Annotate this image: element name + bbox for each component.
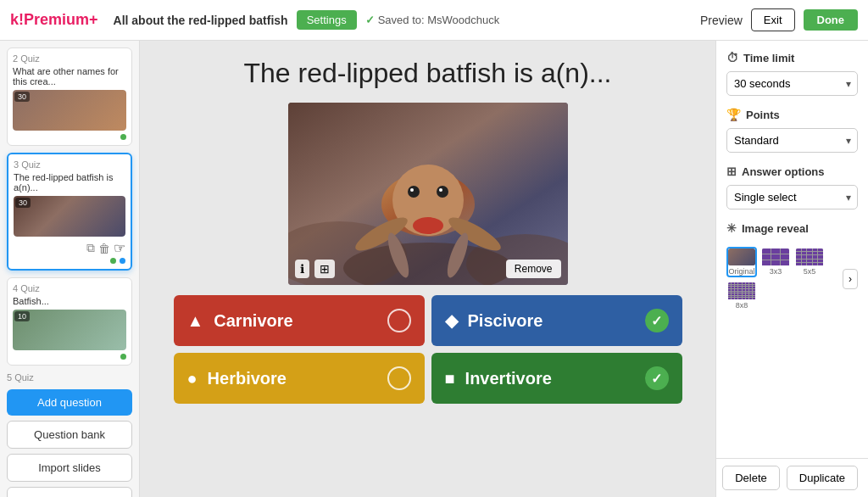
svg-point-7 bbox=[408, 186, 420, 198]
piscivore-label: Piscivore bbox=[468, 311, 543, 331]
quiz-3-actions: ⧉ 🗑 ☞ bbox=[14, 240, 125, 256]
sidebar-buttons: Add question Question bank Import slides… bbox=[7, 389, 132, 497]
carnivore-label: Carnivore bbox=[214, 311, 292, 331]
duplicate-button[interactable]: Duplicate bbox=[787, 466, 858, 490]
preview-button[interactable]: Preview bbox=[700, 14, 743, 27]
answer-piscivore[interactable]: ◆ Piscivore bbox=[431, 295, 682, 346]
time-limit-label: Time limit bbox=[743, 52, 794, 64]
points-select[interactable]: Standard Double None bbox=[726, 128, 858, 153]
sidebar-item-quiz-4[interactable]: 4 Quiz Batfish... 10 bbox=[7, 277, 132, 366]
saved-text: Saved to: MsWoodchuck bbox=[378, 14, 500, 26]
quiz-4-dot bbox=[120, 354, 126, 360]
reveal-5x5-grid bbox=[796, 248, 823, 265]
sidebar: 2 Quiz What are other names for this cre… bbox=[0, 41, 140, 497]
points-icon: 🏆 bbox=[726, 108, 741, 121]
reveal-3x3-grid bbox=[762, 248, 789, 265]
image-overlay-buttons: ℹ ⊞ bbox=[295, 260, 335, 278]
quiz-4-thumb: 10 bbox=[13, 310, 126, 350]
quiz-3-title: The red-lipped batfish is a(n)... bbox=[14, 172, 125, 193]
right-panel-bottom: Delete Duplicate bbox=[716, 458, 868, 497]
image-reveal-title: ✳ Image reveal bbox=[726, 221, 858, 235]
answer-carnivore[interactable]: ▲ Carnivore bbox=[174, 295, 425, 346]
image-reveal-icon: ✳ bbox=[726, 221, 737, 235]
delete-button[interactable]: Delete bbox=[722, 466, 780, 490]
quiz-3-delete-icon[interactable]: 🗑 bbox=[98, 240, 110, 256]
carnivore-shape-icon: ▲ bbox=[187, 311, 204, 331]
invertivore-label: Invertivore bbox=[465, 369, 552, 388]
invertivore-check-circle bbox=[645, 366, 669, 390]
time-limit-select-wrapper: 30 seconds 60 seconds 90 seconds bbox=[726, 71, 858, 96]
question-bank-button[interactable]: Question bank bbox=[7, 421, 132, 449]
reveal-option-8x8[interactable]: 8x8 bbox=[726, 281, 757, 311]
piscivore-shape-icon: ◆ bbox=[445, 310, 458, 331]
quiz-5-label: 5 Quiz bbox=[7, 372, 132, 383]
reveal-8x8-grid bbox=[728, 282, 755, 299]
quiz-3-thumb: 30 bbox=[14, 196, 125, 237]
quiz-4-image bbox=[13, 310, 126, 350]
breadcrumb-title: All about the red-lipped batfish bbox=[114, 14, 288, 27]
answer-invertivore[interactable]: ■ Invertivore bbox=[431, 353, 682, 404]
image-reveal-options: Original 3x3 bbox=[726, 247, 839, 311]
question-text: The red-lipped batfish is a(n)... bbox=[244, 58, 612, 89]
reveal-8x8-label: 8x8 bbox=[736, 301, 748, 310]
svg-point-8 bbox=[437, 186, 448, 198]
answer-options-select[interactable]: Single select Multi select bbox=[726, 185, 858, 209]
svg-point-10 bbox=[439, 188, 442, 192]
quiz-4-timer: 10 bbox=[14, 311, 30, 321]
reveal-original-thumb bbox=[728, 248, 755, 265]
reveal-next-button[interactable]: › bbox=[843, 269, 858, 289]
right-panel: ⏱ Time limit 30 seconds 60 seconds 90 se… bbox=[715, 41, 868, 497]
sidebar-item-quiz-2[interactable]: 2 Quiz What are other names for this cre… bbox=[7, 47, 132, 146]
quiz-4-label: 4 Quiz bbox=[13, 283, 126, 293]
reveal-option-5x5[interactable]: 5x5 bbox=[794, 247, 825, 277]
time-limit-select[interactable]: 30 seconds 60 seconds 90 seconds bbox=[726, 71, 858, 96]
quiz-3-duplicate-icon[interactable]: ⧉ bbox=[86, 240, 95, 256]
main-layout: 2 Quiz What are other names for this cre… bbox=[0, 41, 868, 497]
invertivore-shape-icon: ■ bbox=[445, 369, 455, 388]
time-limit-title: ⏱ Time limit bbox=[726, 51, 858, 64]
quiz-2-dot bbox=[120, 134, 126, 140]
quiz-3-label: 3 Quiz bbox=[14, 159, 125, 170]
points-section: 🏆 Points Standard Double None bbox=[726, 108, 858, 153]
fish-svg bbox=[288, 103, 568, 285]
quiz-3-dot-blue bbox=[120, 258, 125, 264]
quiz-2-image bbox=[13, 90, 126, 131]
exit-button[interactable]: Exit bbox=[751, 8, 795, 31]
points-label: Points bbox=[746, 109, 780, 121]
time-limit-section: ⏱ Time limit 30 seconds 60 seconds 90 se… bbox=[726, 51, 858, 96]
svg-point-9 bbox=[410, 188, 414, 192]
herbivore-shape-icon: ● bbox=[187, 369, 198, 388]
crop-button[interactable]: ⊞ bbox=[314, 260, 335, 278]
image-reveal-label: Image reveal bbox=[742, 222, 809, 235]
settings-button[interactable]: Settings bbox=[297, 10, 357, 30]
herbivore-label: Herbivore bbox=[208, 369, 287, 388]
quiz-4-footer bbox=[13, 350, 126, 360]
header-right: Preview Exit Done bbox=[700, 8, 858, 31]
answer-herbivore[interactable]: ● Herbivore bbox=[174, 353, 425, 404]
reveal-5x5-label: 5x5 bbox=[804, 267, 816, 276]
reveal-option-original[interactable]: Original bbox=[726, 247, 757, 277]
add-question-button[interactable]: Add question bbox=[7, 389, 132, 416]
time-limit-icon: ⏱ bbox=[726, 51, 738, 64]
reveal-option-3x3[interactable]: 3x3 bbox=[760, 247, 791, 277]
import-slides-button[interactable]: Import slides bbox=[7, 454, 132, 482]
done-button[interactable]: Done bbox=[804, 9, 859, 31]
remove-image-button[interactable]: Remove bbox=[506, 260, 561, 278]
piscivore-check-circle bbox=[645, 309, 669, 332]
import-spreadsheet-button[interactable]: Import spreadsheet bbox=[7, 487, 132, 497]
right-panel-inner: ⏱ Time limit 30 seconds 60 seconds 90 se… bbox=[716, 41, 868, 458]
points-select-wrapper: Standard Double None bbox=[726, 128, 858, 153]
sidebar-item-quiz-3[interactable]: 3 Quiz The red-lipped batfish is a(n)...… bbox=[7, 153, 132, 271]
quiz-2-label: 2 Quiz bbox=[13, 53, 126, 64]
quiz-2-footer bbox=[13, 131, 126, 140]
answer-options-select-wrapper: Single select Multi select bbox=[726, 185, 858, 209]
saved-status: ✓ Saved to: MsWoodchuck bbox=[365, 14, 500, 26]
quiz-3-timer: 30 bbox=[15, 198, 31, 208]
info-button[interactable]: ℹ bbox=[295, 260, 309, 278]
reveal-options-row: Original 3x3 bbox=[726, 242, 858, 311]
carnivore-check-circle bbox=[387, 309, 411, 332]
answer-options-title: ⊞ Answer options bbox=[726, 165, 858, 178]
fish-image-container: ℹ ⊞ Remove bbox=[288, 103, 568, 285]
quiz-4-title: Batfish... bbox=[13, 296, 126, 306]
answer-options-section: ⊞ Answer options Single select Multi sel… bbox=[726, 165, 858, 209]
